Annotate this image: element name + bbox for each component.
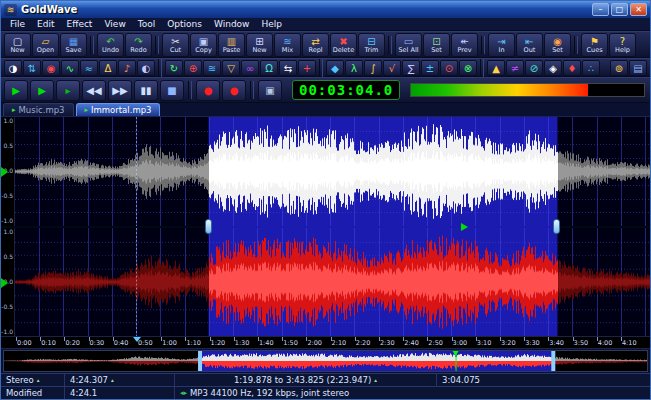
replace-button[interactable]: ⇄Repl (302, 33, 329, 57)
effect-icon[interactable]: ≈ (80, 60, 98, 76)
effect-icon[interactable]: ↻ (165, 60, 183, 76)
play-all-button[interactable]: ▶ (30, 80, 54, 101)
tab-music-mp3[interactable]: ▸Music.mp3 (3, 103, 74, 116)
record-button[interactable]: ● (196, 80, 220, 101)
pause-button[interactable]: ▮▮ (134, 80, 158, 101)
effect-icon[interactable]: ▤ (629, 60, 647, 76)
redo-button[interactable]: ↷Redo (125, 33, 152, 57)
effect-icon[interactable]: ∫ (364, 60, 382, 76)
titlebar: ≋ GoldWave –□✕ (1, 1, 650, 18)
effect-icon[interactable]: Ω (260, 60, 278, 76)
delete-button[interactable]: ✖Delete (330, 33, 357, 57)
cues-button[interactable]: ⚑Cues (581, 33, 608, 57)
effect-icon[interactable]: ≋ (203, 60, 221, 76)
status-total-length[interactable]: 4:24.307 ▴ (65, 374, 175, 386)
undo-icon: ↶ (106, 36, 114, 47)
overview-waveform[interactable] (3, 350, 648, 372)
record-new-button[interactable]: ● (222, 80, 246, 101)
status-channel-mode[interactable]: Stereo ▴ (1, 374, 65, 386)
status-selection-range[interactable]: 1:19.878 to 3:43.825 (2:23.947) ▴ (175, 374, 437, 386)
playhead-marker-icon[interactable] (461, 223, 468, 231)
status-bar-secondary: Modified 4:24.1 ◂▸ MP3 44100 Hz, 192 kbp… (1, 386, 650, 399)
menu-help[interactable]: Help (255, 18, 288, 30)
menu-edit[interactable]: Edit (31, 18, 60, 30)
marker-out-icon: ⇤ (525, 36, 533, 47)
effect-icon[interactable]: ◐ (137, 60, 155, 76)
new-button[interactable]: ▢New (4, 33, 31, 57)
effect-icon[interactable]: + (298, 60, 316, 76)
effect-icon[interactable]: ± (421, 60, 439, 76)
fast-forward-button[interactable]: ▶▶ (108, 80, 132, 101)
selection-end-handle[interactable] (553, 219, 560, 234)
effect-icon[interactable]: ⇅ (23, 60, 41, 76)
stop-button[interactable]: ■ (160, 80, 184, 101)
set-selection-button[interactable]: ⊡Set (423, 33, 450, 57)
effect-icon[interactable]: √ (383, 60, 401, 76)
help-button[interactable]: ?Help (609, 33, 636, 57)
cut-button[interactable]: ✂Cut (162, 33, 189, 57)
effect-icon[interactable]: ◑ (4, 60, 22, 76)
effect-icon[interactable]: ⊘ (525, 60, 543, 76)
minimize-button[interactable]: – (592, 3, 609, 16)
save-icon: ▦ (69, 36, 78, 47)
marker-set-button[interactable]: ◉Set (544, 33, 571, 57)
time-ruler-row: 0:000:100:200:300:400:501:001:101:201:30… (1, 336, 650, 348)
play-selection-button[interactable]: ▸ (56, 80, 80, 101)
monitor-button[interactable]: ▣ (258, 80, 282, 101)
paste-button[interactable]: ▥Paste (218, 33, 245, 57)
effect-icon[interactable]: ⊚ (610, 60, 628, 76)
trim-button[interactable]: ⊟Trim (358, 33, 385, 57)
menu-effect[interactable]: Effect (61, 18, 99, 30)
menu-window[interactable]: Window (208, 18, 256, 30)
effect-icon[interactable]: ◆ (326, 60, 344, 76)
effect-icon[interactable]: ∴ (582, 60, 600, 76)
right-channel-waveform[interactable] (15, 228, 650, 337)
undo-button[interactable]: ↶Undo (97, 33, 124, 57)
effect-icon[interactable]: ⇆ (279, 60, 297, 76)
effect-icon[interactable]: ▲ (487, 60, 505, 76)
selection-start-handle[interactable] (205, 219, 212, 234)
open-button[interactable]: ▱Open (32, 33, 59, 57)
cue-marker-icon[interactable] (133, 337, 141, 342)
effect-icon[interactable]: λ (345, 60, 363, 76)
menu-view[interactable]: View (98, 18, 131, 30)
prev-button[interactable]: ↞Prev (451, 33, 478, 57)
open-label: Open (37, 47, 54, 54)
effect-icon[interactable]: ♪ (118, 60, 136, 76)
paste-new-button[interactable]: ⊞New (246, 33, 273, 57)
save-button[interactable]: ▦Save (60, 33, 87, 57)
effect-icon[interactable]: ⊗ (459, 60, 477, 76)
effect-icon[interactable]: ∑ (402, 60, 420, 76)
menu-options[interactable]: Options (161, 18, 208, 30)
menu-tool[interactable]: Tool (132, 18, 161, 30)
marker-out-button[interactable]: ⇤Out (516, 33, 543, 57)
menu-file[interactable]: File (4, 18, 31, 30)
effect-icon[interactable]: ⊙ (440, 60, 458, 76)
close-button[interactable]: ✕ (630, 3, 647, 16)
time-ruler[interactable]: 0:000:100:200:300:400:501:001:101:201:30… (16, 337, 650, 348)
effect-icon[interactable]: ∞ (241, 60, 259, 76)
effect-icon[interactable]: ⊕ (184, 60, 202, 76)
left-channel-marker-icon[interactable] (1, 167, 8, 177)
effect-icon[interactable]: ◉ (42, 60, 60, 76)
level-meter (410, 83, 645, 97)
effect-icon[interactable]: ∿ (61, 60, 79, 76)
effect-icon[interactable]: ◈ (544, 60, 562, 76)
rewind-button[interactable]: ◀◀ (82, 80, 106, 101)
select-all-button[interactable]: ▭Sel All (395, 33, 422, 57)
toolbar-separator (90, 36, 94, 54)
tab-immortal-mp3[interactable]: ▸Immortal.mp3 (76, 103, 161, 116)
play-button[interactable]: ▶ (4, 80, 28, 101)
left-channel-waveform[interactable] (15, 117, 650, 226)
ruler-spacer (1, 337, 16, 348)
effect-icon[interactable]: ≠ (506, 60, 524, 76)
mix-button[interactable]: ≋Mix (274, 33, 301, 57)
right-channel-marker-icon[interactable] (1, 278, 8, 288)
maximize-button[interactable]: □ (611, 3, 628, 16)
marker-in-button[interactable]: ⇥In (488, 33, 515, 57)
ruler-label: 3:00 (453, 340, 468, 347)
effect-icon[interactable]: Δ (99, 60, 117, 76)
effect-icon[interactable]: ▽ (222, 60, 240, 76)
copy-button[interactable]: ▣Copy (190, 33, 217, 57)
effect-icon[interactable]: ♦ (563, 60, 581, 76)
